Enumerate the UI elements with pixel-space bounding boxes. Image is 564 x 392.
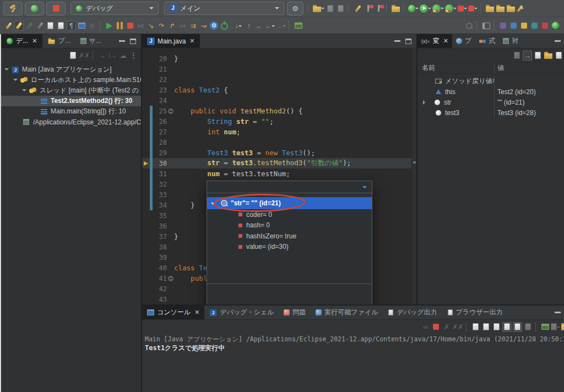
variable-row-return[interactable]: メソッド戻り値なし	[417, 76, 564, 86]
refresh-file-button[interactable]	[46, 21, 55, 31]
back-history-button[interactable]: ←	[265, 21, 275, 31]
terminate-button[interactable]	[126, 21, 135, 31]
tree-item-stackframe-main[interactable]: Main.main(String[]) 行: 10	[1, 106, 141, 117]
minimize-icon[interactable]	[119, 40, 125, 42]
open-type-button[interactable]	[506, 3, 516, 13]
smart-insert-button[interactable]	[25, 21, 34, 31]
console-output[interactable]: Main [Java アプリケーション] /Applications/Eclip…	[142, 334, 564, 392]
terminate-console-button[interactable]	[431, 322, 441, 332]
show-type-names-button[interactable]	[512, 51, 522, 61]
suspend-button[interactable]	[115, 21, 124, 31]
coverage-button[interactable]	[432, 3, 444, 13]
disconnect-button[interactable]: ⋈	[136, 21, 145, 31]
add-task-button[interactable]	[374, 3, 383, 13]
tab-executables[interactable]: 実行可能ファイル	[311, 306, 383, 319]
editor-body[interactable]: 20}212223class Test2 {2425 public void t…	[142, 48, 416, 304]
terminate-launch-button[interactable]	[458, 3, 467, 13]
tree-item-stackframe-current[interactable]: Test2.testMethod2() 行: 30	[1, 96, 141, 106]
tab-variables[interactable]: (x)= 変 ✕	[417, 34, 452, 48]
fold-marker-icon[interactable]	[168, 108, 173, 114]
close-icon[interactable]: ✕	[32, 37, 37, 45]
popup-field-row[interactable]: hashIsZero= true	[207, 231, 372, 242]
maximize-icon[interactable]	[130, 39, 136, 44]
perspective-ruby-button[interactable]	[540, 21, 550, 31]
variable-row-test3[interactable]: test3 Test3 (id=28)	[417, 107, 564, 118]
popup-combo[interactable]	[207, 181, 372, 193]
remove-all-terminated-button[interactable]: ✗✗	[79, 51, 90, 61]
chevron-down-icon[interactable]	[13, 79, 18, 83]
minimize-icon[interactable]	[555, 312, 561, 313]
variable-row-this[interactable]: this Test2 (id=20)	[417, 86, 564, 97]
search-button[interactable]	[464, 21, 474, 31]
build-button[interactable]	[3, 2, 23, 15]
clear-console-button[interactable]	[471, 322, 480, 332]
code-line-30[interactable]: 30 str = test3.testMethod3("引数の値");	[142, 158, 416, 168]
tab-debug[interactable]: デ... ✕	[1, 34, 42, 48]
tab-breakpoints[interactable]: ブ	[452, 34, 475, 48]
resume-power-button[interactable]	[220, 21, 229, 31]
next-annotation-button[interactable]: ↓	[234, 21, 243, 31]
open-debug-resource-button[interactable]	[391, 3, 400, 13]
chevron-down-icon[interactable]	[22, 89, 26, 94]
close-icon[interactable]: ✕	[189, 37, 194, 45]
save-button[interactable]	[326, 3, 335, 13]
drop-to-frame-button[interactable]: ⇉	[188, 21, 198, 31]
convert-marks-button[interactable]	[353, 3, 362, 13]
step-into-button[interactable]: ↘	[147, 21, 156, 31]
code-line-26[interactable]: 26 String str = "";	[142, 116, 416, 127]
popup-field-row[interactable]: value= (id=30)	[207, 242, 372, 253]
chevron-right-icon[interactable]	[423, 100, 427, 105]
fold-marker-icon[interactable]	[168, 276, 173, 281]
code-line-28[interactable]: 28	[142, 137, 416, 148]
step-instruction-button[interactable]: ↦	[178, 21, 187, 31]
tab-interactive[interactable]: 対	[499, 34, 522, 48]
popup-field-row[interactable]: hash= 0	[207, 220, 372, 231]
show-next-thread-button[interactable]: →	[97, 51, 107, 61]
remove-all-launches-button[interactable]: ✗✗	[452, 322, 463, 332]
show-stdout-button[interactable]	[502, 322, 512, 332]
tab-problems[interactable]: 問題	[279, 306, 311, 319]
popup-field-row[interactable]: coder= 0	[207, 209, 372, 220]
previous-annotation-button[interactable]: ↑	[244, 21, 253, 31]
tab-console[interactable]: コンソール ✕	[142, 306, 204, 319]
show-whitespace-button[interactable]: ¶	[67, 21, 76, 31]
tree-item-jvm-path[interactable]: /Applications/Eclipse_2021-12.app/Co	[1, 117, 141, 127]
resume-button[interactable]	[105, 21, 114, 31]
perspective-database-button[interactable]	[498, 21, 508, 31]
debug-button[interactable]	[25, 2, 44, 15]
code-line-22[interactable]: 22	[142, 74, 416, 85]
tab-servers[interactable]: サ...	[75, 34, 106, 48]
last-edit-location-button[interactable]: ←	[254, 21, 264, 31]
perspective-python-button[interactable]	[519, 21, 529, 31]
no-op-button[interactable]: ⊘	[88, 21, 97, 31]
step-return-button[interactable]: ↱	[167, 21, 177, 31]
code-line-20[interactable]: 20}	[142, 53, 416, 64]
step-into-selection-button[interactable]: i→	[108, 51, 117, 61]
save-all-button[interactable]	[336, 3, 345, 13]
remove-launch-button[interactable]: ✗	[442, 322, 451, 332]
show-stderr-button[interactable]	[513, 322, 522, 332]
tab-main-java[interactable]: J Main.java ✕	[142, 34, 200, 48]
use-step-filters-button[interactable]: ↝	[199, 21, 208, 31]
code-line-21[interactable]: 21	[142, 64, 416, 74]
tree-item-thread[interactable]: スレッド [main] (中断中 (Test2 の 30	[1, 85, 141, 96]
close-icon[interactable]: ✕	[443, 37, 448, 45]
code-line-23[interactable]: 23class Test2 {	[142, 85, 416, 95]
collapse-all-button[interactable]	[68, 51, 78, 61]
close-icon[interactable]: ✕	[194, 309, 199, 316]
main-config-combo[interactable]: J メイン	[164, 2, 284, 15]
tab-debug-output[interactable]: デバッグ出力	[383, 306, 442, 319]
add-bookmark-button[interactable]	[364, 3, 373, 13]
code-line-29[interactable]: 29 Test3 test3 = new Test3();	[142, 148, 416, 158]
overview-ruler[interactable]	[411, 48, 416, 304]
highlighter-button[interactable]	[14, 21, 24, 31]
new-wizard-button[interactable]	[313, 3, 324, 13]
code-line-25[interactable]: 25 public void testMethod2() {	[142, 106, 416, 116]
tab-project-explorer[interactable]: プ...	[42, 34, 75, 48]
display-selected-console-button[interactable]	[551, 322, 560, 332]
perspective-debug-button[interactable]	[551, 21, 560, 31]
tab-debug-shell[interactable]: J デバッグ・シェル	[204, 306, 279, 319]
run-last-launched-button[interactable]	[420, 3, 431, 13]
new-window-button[interactable]	[294, 21, 303, 31]
scroll-lock-button[interactable]	[481, 322, 491, 332]
